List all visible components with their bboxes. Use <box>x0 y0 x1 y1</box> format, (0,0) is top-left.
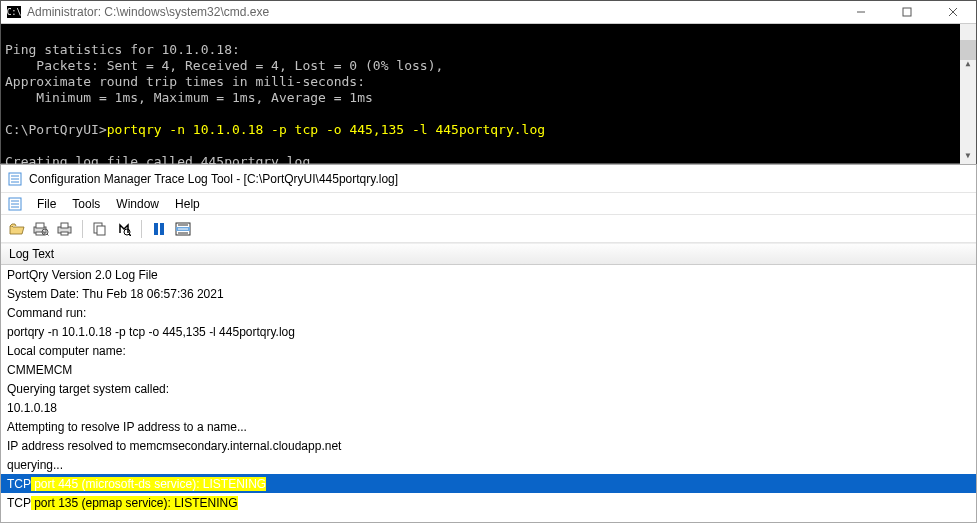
cmd-line: Minimum = 1ms, Maximum = 1ms, Average = … <box>5 90 373 105</box>
cmd-icon: C:\ <box>7 6 21 18</box>
maximize-button[interactable] <box>884 1 930 23</box>
window-controls <box>838 1 976 23</box>
log-column-header[interactable]: Log Text <box>1 243 976 265</box>
svg-rect-1 <box>903 8 911 16</box>
svg-rect-24 <box>154 223 158 235</box>
cmd-scrollbar[interactable]: ▲ ▼ <box>960 24 976 164</box>
trace-title-text: Configuration Manager Trace Log Tool - [… <box>29 172 398 186</box>
log-cell-highlight: port 135 (epmap service): LISTENING <box>31 496 238 510</box>
find-button[interactable] <box>114 219 134 239</box>
cmd-body[interactable]: Ping statistics for 10.1.0.18: Packets: … <box>1 24 976 164</box>
svg-line-16 <box>47 234 49 236</box>
copy-button[interactable] <box>90 219 110 239</box>
trace-log-window: Configuration Manager Trace Log Tool - [… <box>0 164 977 523</box>
scroll-thumb[interactable] <box>960 40 976 60</box>
log-row[interactable]: CMMEMCM <box>1 360 976 379</box>
cmd-prompt: C:\PortQryUI> <box>5 122 107 137</box>
menu-help[interactable]: Help <box>167 195 208 213</box>
scroll-down-button[interactable]: ▼ <box>960 148 976 164</box>
log-row[interactable]: portqry -n 10.1.0.18 -p tcp -o 445,135 -… <box>1 322 976 341</box>
svg-rect-25 <box>160 223 164 235</box>
trace-app-icon <box>7 171 23 187</box>
svg-rect-18 <box>61 223 68 228</box>
cmd-title-text: Administrator: C:\windows\system32\cmd.e… <box>27 5 269 19</box>
print-button[interactable] <box>55 219 75 239</box>
trace-menubar: File Tools Window Help <box>1 193 976 215</box>
log-row[interactable]: Local computer name: <box>1 341 976 360</box>
menu-tools[interactable]: Tools <box>64 195 108 213</box>
toolbar-separator <box>82 220 83 238</box>
print-preview-button[interactable] <box>31 219 51 239</box>
cmd-line: Packets: Sent = 4, Received = 4, Lost = … <box>5 58 443 73</box>
log-header-text: Log Text <box>9 247 54 261</box>
log-row[interactable]: TCP port 135 (epmap service): LISTENING <box>1 493 976 512</box>
toolbar-separator <box>141 220 142 238</box>
log-body[interactable]: PortQry Version 2.0 Log File System Date… <box>1 265 976 512</box>
svg-line-23 <box>129 234 131 236</box>
log-row[interactable]: Querying target system called: <box>1 379 976 398</box>
log-row[interactable]: PortQry Version 2.0 Log File <box>1 265 976 284</box>
cmd-window: C:\ Administrator: C:\windows\system32\c… <box>0 0 977 164</box>
trace-toolbar <box>1 215 976 243</box>
log-cell-highlight: port 445 (microsoft-ds service): LISTENI… <box>31 477 266 491</box>
log-row[interactable]: querying... <box>1 455 976 474</box>
log-row[interactable]: Attempting to resolve IP address to a na… <box>1 417 976 436</box>
log-row-selected[interactable]: TCP port 445 (microsoft-ds service): LIS… <box>1 474 976 493</box>
svg-rect-13 <box>36 223 44 228</box>
cmd-line: Approximate round trip times in milli-se… <box>5 74 365 89</box>
menu-window[interactable]: Window <box>108 195 167 213</box>
log-row[interactable]: System Date: Thu Feb 18 06:57:36 2021 <box>1 284 976 303</box>
svg-rect-19 <box>61 232 68 235</box>
open-button[interactable] <box>7 219 27 239</box>
cmd-line: Ping statistics for 10.1.0.18: <box>5 42 240 57</box>
log-row[interactable]: Command run: <box>1 303 976 322</box>
close-button[interactable] <box>930 1 976 23</box>
log-cell: TCP <box>7 496 31 510</box>
svg-rect-21 <box>97 226 105 235</box>
minimize-button[interactable] <box>838 1 884 23</box>
trace-titlebar[interactable]: Configuration Manager Trace Log Tool - [… <box>1 165 976 193</box>
pause-button[interactable] <box>149 219 169 239</box>
log-cell: TCP <box>7 477 31 491</box>
trace-doc-icon <box>7 196 23 212</box>
cmd-titlebar[interactable]: C:\ Administrator: C:\windows\system32\c… <box>1 1 976 24</box>
highlight-button[interactable] <box>173 219 193 239</box>
log-row[interactable]: 10.1.0.18 <box>1 398 976 417</box>
menu-file[interactable]: File <box>29 195 64 213</box>
log-row[interactable]: IP address resolved to memcmsecondary.in… <box>1 436 976 455</box>
cmd-command-input: portqry -n 10.1.0.18 -p tcp -o 445,135 -… <box>107 122 545 137</box>
